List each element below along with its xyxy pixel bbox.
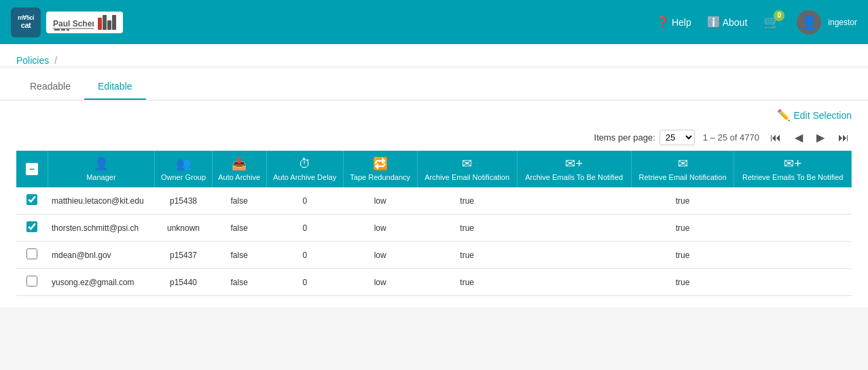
table-row: yusong.ez@gmail.comp15440false0lowtruetr… [16,269,852,296]
cell-retrieve_email: true [631,242,734,269]
cell-manager: yusong.ez@gmail.com [48,269,155,296]
cell-retrieve_emails_notified [734,215,852,242]
last-page-button[interactable]: ⏭ [835,131,852,145]
user-name: ingestor [828,18,857,27]
cell-retrieve_email: true [631,187,734,215]
cell-retrieve_email: true [631,269,734,296]
row-checkbox[interactable] [26,194,37,205]
table-header-row: − 👤 Manager 👥 Owner Group 📤 Auto Archive [16,151,852,187]
auto-archive-icon: 📤 [217,156,262,171]
about-label: About [723,17,748,28]
svg-rect-4 [67,29,69,31]
cell-auto_archive: false [212,215,266,242]
archive-email-label: Archive Email Notification [424,173,509,181]
items-per-page: Items per page: 25 50 100 [594,130,695,145]
first-page-button[interactable]: ⏮ [767,131,784,145]
about-link[interactable]: ℹ️ About [708,16,748,29]
logo-area: m∀5ci cat Paul Scherrer Institut [11,7,123,37]
manager-label: Manager [86,173,115,181]
auto-archive-delay-label: Auto Archive Delay [273,173,336,181]
toolbar: ✏️ Edit Selection [16,100,852,127]
items-per-page-label: Items per page: [594,132,655,143]
owner-group-icon: 👥 [159,156,207,171]
cell-auto_archive_delay: 0 [266,215,343,242]
header-retrieve-emails-notified: ✉+ Retrieve Emails To Be Notified [734,151,852,187]
main-content: ✏️ Edit Selection Items per page: 25 50 … [0,100,868,307]
cell-owner_group: p15440 [155,269,212,296]
logo-text-line1: m∀5ci [18,14,34,22]
archive-emails-notified-label: Archive Emails To Be Notified [525,173,623,181]
row-checkbox-cell [16,215,48,242]
tape-redundancy-icon: 🔁 [348,156,413,171]
svg-rect-3 [61,29,65,31]
cart-badge: 0 [774,10,784,21]
header-auto-archive-delay: ⏱ Auto Archive Delay [266,151,343,187]
logo-text-line2: cat [21,21,31,30]
cell-retrieve_email: true [631,215,734,242]
user-menu[interactable]: 👤 ingestor [797,10,857,35]
edit-selection-button[interactable]: ✏️ Edit Selection [777,109,852,122]
tabs-container: Readable Editable [0,69,868,100]
per-page-select[interactable]: 25 50 100 [659,130,695,145]
cell-archive_emails_notified [517,242,631,269]
cell-manager: thorsten.schmitt@psi.ch [48,215,155,242]
tab-editable[interactable]: Editable [84,74,146,100]
page-info: 1 – 25 of 4770 [703,132,759,143]
cell-archive_email: true [417,269,517,296]
cell-archive_email: true [417,215,517,242]
next-page-button[interactable]: ▶ [814,131,827,145]
cell-auto_archive_delay: 0 [266,187,343,215]
cell-archive_emails_notified [517,269,631,296]
breadcrumb-policies[interactable]: Policies [16,55,49,66]
info-icon: ℹ️ [708,16,720,29]
header-retrieve-email: ✉ Retrieve Email Notification [631,151,734,187]
cell-retrieve_emails_notified [734,242,852,269]
header-nav: ❓ Help ℹ️ About 🛒 0 👤 ingestor [657,10,857,35]
table-row: matthieu.letacon@kit.edup15438false0lowt… [16,187,852,215]
archive-email-icon: ✉ [422,156,513,171]
app-logo: m∀5ci cat [11,7,41,37]
cell-tape_redundancy: low [343,187,417,215]
retrieve-emails-notified-icon: ✉+ [738,156,847,171]
cell-auto_archive: false [212,187,266,215]
avatar: 👤 [797,10,821,35]
help-icon: ❓ [657,16,669,29]
policies-table: − 👤 Manager 👥 Owner Group 📤 Auto Archive [16,151,852,296]
auto-archive-label: Auto Archive [218,173,260,181]
cell-owner_group: unknown [155,215,212,242]
prev-page-button[interactable]: ◀ [792,131,806,145]
header-owner-group: 👥 Owner Group [155,151,212,187]
cell-archive_email: true [417,187,517,215]
cell-archive_emails_notified [517,215,631,242]
edit-icon: ✏️ [777,109,791,122]
table-body: matthieu.letacon@kit.edup15438false0lowt… [16,187,852,296]
svg-rect-2 [54,29,60,31]
cell-auto_archive_delay: 0 [266,242,343,269]
help-label: Help [672,17,691,28]
cart-button[interactable]: 🛒 0 [763,14,780,31]
row-checkbox-cell [16,187,48,215]
psi-bars [98,15,116,30]
psi-logo: Paul Scherrer Institut [46,12,123,33]
edit-selection-label: Edit Selection [793,110,852,121]
policies-table-wrapper: − 👤 Manager 👥 Owner Group 📤 Auto Archive [16,151,852,296]
archive-emails-notified-icon: ✉+ [522,156,627,171]
header-tape-redundancy: 🔁 Tape Redundancy [343,151,417,187]
header-archive-emails-notified: ✉+ Archive Emails To Be Notified [517,151,631,187]
row-checkbox[interactable] [26,248,37,259]
cell-retrieve_emails_notified [734,187,852,215]
row-checkbox[interactable] [26,276,37,286]
select-all-checkbox[interactable]: − [26,163,38,175]
tab-readable[interactable]: Readable [16,74,84,100]
breadcrumb-separator: / [54,55,57,66]
cell-tape_redundancy: low [343,242,417,269]
owner-group-label: Owner Group [161,173,206,181]
cell-auto_archive_delay: 0 [266,269,343,296]
cell-archive_emails_notified [517,187,631,215]
row-checkbox[interactable] [26,221,37,232]
cell-owner_group: p15438 [155,187,212,215]
auto-archive-delay-icon: ⏱ [271,157,339,171]
row-checkbox-cell [16,242,48,269]
header-archive-email: ✉ Archive Email Notification [417,151,517,187]
help-link[interactable]: ❓ Help [657,16,691,29]
